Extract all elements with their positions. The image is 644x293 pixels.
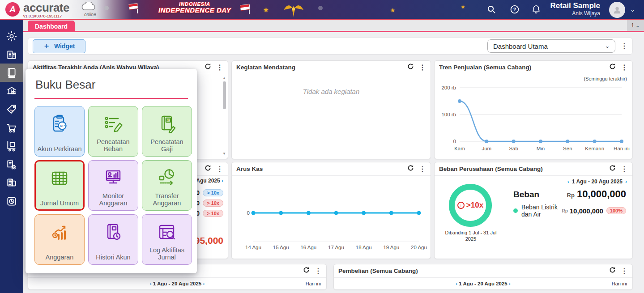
- refresh-icon[interactable]: [204, 164, 212, 174]
- widget-kebab-menu[interactable]: ⋮: [315, 268, 322, 275]
- widget-title: Beban Perusahaan (Semua Cabang): [439, 166, 609, 172]
- chevron-right-icon[interactable]: ›: [222, 178, 223, 184]
- change-badge: > 10x: [203, 200, 223, 207]
- accurate-logo-icon: A: [5, 2, 20, 17]
- menu-item-jurnal-umum[interactable]: Jurnal Umum: [34, 160, 85, 211]
- svg-text:?: ?: [513, 7, 516, 12]
- widget-kebab-menu[interactable]: ⋮: [621, 268, 628, 275]
- indonesia-flag-icon: [128, 3, 138, 10]
- widget-kegiatan: Kegiatan Mendatang ⋮ Tidak ada kegiatan: [231, 60, 431, 159]
- sidebar-item-bank[interactable]: [0, 82, 23, 100]
- menu-item-anggaran[interactable]: Anggaran: [34, 214, 85, 265]
- app-header: A accurate online v1.0.1#3078-1951117 IN…: [0, 0, 644, 20]
- sidebar-item-general-ledger[interactable]: [0, 64, 23, 82]
- chevron-right-icon[interactable]: ›: [625, 178, 627, 185]
- refresh-icon[interactable]: [609, 63, 616, 72]
- date-range: 1 Agu - 20 Agu 2025: [572, 178, 623, 185]
- x-tick-label: 16 Agu: [300, 245, 316, 250]
- widget-title: Arus Kas: [236, 166, 407, 172]
- scrollbar[interactable]: ▲ ▼: [222, 76, 227, 156]
- account-history-icon: [102, 221, 124, 243]
- menu-item-pencatatan-gaji[interactable]: RP Pencatatan Gaji: [142, 106, 192, 157]
- dashboard-select[interactable]: Dashboard Utama ⌄: [487, 39, 615, 53]
- data-point: [485, 140, 488, 143]
- x-tick-label: Jum: [482, 146, 491, 151]
- y-tick-label: 0: [247, 210, 250, 216]
- sidebar-item-logistics-trolley[interactable]: [0, 137, 23, 155]
- account-menu-chevron-icon[interactable]: ⌄: [630, 6, 635, 13]
- toolbar-kebab-menu[interactable]: ⋮: [621, 42, 628, 50]
- data-point: [417, 211, 421, 215]
- sidebar-item-settings[interactable]: [0, 27, 23, 45]
- widget-title: Pembelian (Semua Cabang): [338, 268, 609, 274]
- menu-item-histori-akun[interactable]: Histori Akun: [88, 214, 138, 265]
- beban-row: Beban Listrik dan Air Rp 10,000,000 100%: [513, 204, 626, 218]
- buku-besar-popup: Buku Besar RP Akun Perkiraan Pencatatan …: [26, 69, 197, 273]
- bank-icon: [6, 85, 17, 97]
- sidebar-item-sales-cart[interactable]: [0, 119, 23, 137]
- refresh-icon[interactable]: [303, 266, 310, 276]
- sidebar-item-report[interactable]: [0, 192, 23, 210]
- refresh-icon[interactable]: [609, 164, 616, 174]
- sidebar-item-tax[interactable]: TAX: [0, 174, 23, 192]
- widget-kebab-menu[interactable]: ⋮: [621, 166, 628, 173]
- general-ledger-icon: [6, 67, 17, 79]
- star-icon: ★: [390, 7, 395, 13]
- tab-counter[interactable]: 1⌄: [627, 20, 644, 31]
- help-icon[interactable]: ?: [510, 4, 520, 16]
- chevron-left-icon[interactable]: ‹: [150, 281, 152, 286]
- notifications-bell-icon[interactable]: [531, 4, 541, 16]
- sidebar-item-company[interactable]: [0, 45, 23, 64]
- hari-ini-label: Hari ini: [612, 281, 627, 286]
- currency-label: Rp: [562, 208, 567, 213]
- scroll-up-icon[interactable]: ▲: [222, 76, 226, 81]
- y-tick-label: 200 rb: [441, 85, 456, 90]
- logistics-trolley-icon: [6, 140, 17, 152]
- popup-title: Buku Besar: [35, 78, 188, 92]
- menu-item-akun-perkiraan[interactable]: RP Akun Perkiraan: [34, 106, 85, 157]
- sales-cart-icon: [6, 122, 17, 134]
- widget-kebab-menu[interactable]: ⋮: [216, 166, 223, 173]
- refresh-icon[interactable]: [609, 266, 616, 276]
- add-widget-button[interactable]: ＋ Widget: [33, 39, 85, 53]
- beban-total-value: 10,000,000: [577, 188, 626, 200]
- widget-kebab-menu[interactable]: ⋮: [419, 64, 426, 71]
- widget-arus-kas: Arus Kas ⋮ 014 Agu15 Agu16 Agu17 Agu18 A…: [231, 162, 431, 259]
- chevron-right-icon[interactable]: ›: [203, 281, 205, 286]
- widget-kebab-menu[interactable]: ⋮: [216, 64, 223, 71]
- menu-item-log-aktifitas-jurnal[interactable]: Log Aktifitas Jurnal: [142, 214, 192, 265]
- company-name: Retail Sample: [550, 2, 601, 10]
- sidebar-item-fixed-asset[interactable]: [0, 155, 23, 174]
- scroll-thumb[interactable]: [223, 81, 226, 109]
- data-point: [539, 140, 542, 143]
- chevron-left-icon[interactable]: ‹: [456, 281, 457, 286]
- company-icon: [6, 49, 17, 60]
- chevron-right-icon[interactable]: ›: [509, 281, 511, 286]
- data-point: [620, 140, 623, 143]
- tab-dashboard[interactable]: Dashboard: [28, 21, 75, 32]
- search-icon[interactable]: [486, 4, 496, 16]
- star-icon: ★: [263, 6, 269, 13]
- tax-icon: TAX: [6, 177, 17, 189]
- data-point: [307, 211, 311, 215]
- refresh-icon[interactable]: [407, 63, 414, 72]
- menu-item-monitor-anggaran[interactable]: Monitor Anggaran: [88, 160, 138, 211]
- refresh-icon[interactable]: [407, 164, 414, 174]
- avatar[interactable]: [609, 2, 625, 18]
- sidebar-item-price-tag-rp[interactable]: Rp: [0, 100, 23, 119]
- x-tick-label: 20 Agu: [411, 245, 427, 250]
- menu-item-pencatatan-beban[interactable]: Pencatatan Beban: [88, 106, 138, 157]
- decor-dot: [104, 6, 109, 10]
- account-info[interactable]: Retail Sample Anis Wijaya: [550, 2, 601, 17]
- menu-item-transfer-anggaran[interactable]: Transfer Anggaran: [142, 160, 192, 211]
- data-point: [389, 211, 393, 215]
- data-point: [593, 140, 597, 143]
- refresh-icon[interactable]: [204, 63, 212, 72]
- widget-kebab-menu[interactable]: ⋮: [419, 166, 426, 173]
- sidebar: RpTAX: [0, 20, 23, 293]
- data-point: [252, 211, 256, 215]
- widget-kebab-menu[interactable]: ⋮: [621, 64, 628, 71]
- date-range-nav: ‹ 1 Agu - 20 Agu 2025 ›: [334, 281, 632, 286]
- scroll-down-icon[interactable]: ▼: [222, 152, 226, 156]
- chevron-left-icon[interactable]: ‹: [567, 178, 569, 185]
